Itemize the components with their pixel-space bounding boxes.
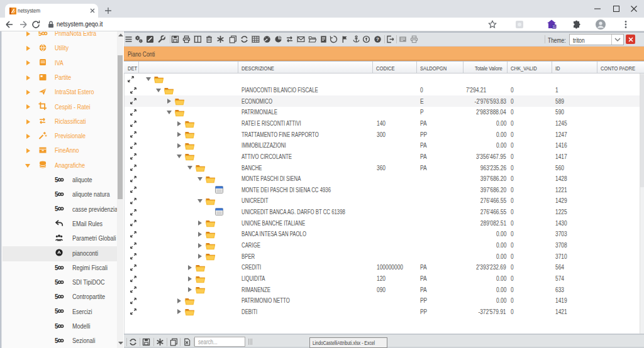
svg-text:?: ? [376,36,379,42]
svg-text:11: 11 [552,24,556,28]
